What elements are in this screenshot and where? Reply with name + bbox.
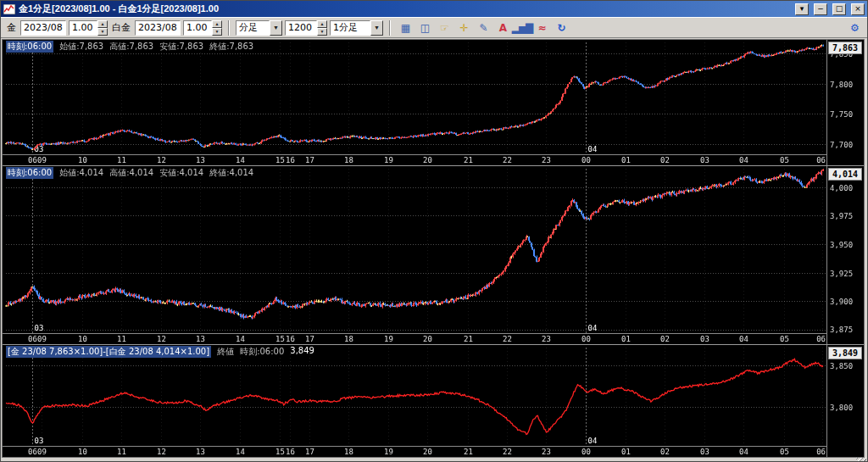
bar-type-dropdown[interactable]: 分足 ▼ (236, 20, 282, 36)
minimize-button[interactable]: − (814, 3, 827, 15)
info-formula: [金 23/08 7,863×1.00]-[白金 23/08 4,014×1.0… (6, 346, 211, 358)
resize-grip[interactable] (856, 458, 866, 461)
spread-chart-panel[interactable]: [金 23/08 7,863×1.00]-[白金 23/08 4,014×1.0… (3, 345, 864, 457)
status-strip (1, 458, 867, 461)
window-menu-button[interactable]: ▾ (795, 3, 809, 15)
indicator-settings-icon[interactable]: ▦ (397, 19, 414, 36)
info-close: 終値:4,014 (209, 167, 253, 179)
info-close: 終値:7,863 (209, 41, 253, 53)
info-high: 高値:4,014 (109, 167, 153, 179)
text-tool-icon[interactable]: A (494, 19, 511, 36)
chart-window: 金1分足[2023/08]1.00 - 白金1分足[2023/08]1.00 ▾… (0, 0, 868, 462)
gold-chart-canvas[interactable] (3, 40, 864, 165)
gold-scale-spinner[interactable]: 1.00 ▲ ▼ (69, 20, 108, 36)
info-high: 高値:7,863 (109, 41, 153, 53)
oscillator-icon[interactable]: ≈ (533, 19, 550, 36)
spread-info: [金 23/08 7,863×1.00]-[白金 23/08 4,014×1.0… (6, 346, 314, 358)
info-time: 時刻:06:00 (6, 41, 53, 53)
info-low: 安値:7,863 (159, 41, 203, 53)
info-open: 始値:4,014 (59, 167, 103, 179)
platinum-scale-spinner[interactable]: 1.00 ▲ ▼ (183, 20, 222, 36)
info-time: 時刻:06:00 (240, 346, 284, 358)
chevron-down-icon[interactable]: ▼ (370, 20, 383, 36)
refresh-icon[interactable]: ↻ (553, 19, 570, 36)
gold-last-price-badge: 7,863 (828, 42, 862, 54)
bar-count-spinner[interactable]: 1200 ▲ ▼ (285, 20, 327, 36)
toolbar-separator (389, 20, 391, 36)
platinum-label: 白金 (112, 21, 131, 34)
app-icon (3, 4, 15, 14)
bar-chart-icon[interactable]: ▂▅▇ (514, 19, 531, 36)
spin-up-icon[interactable]: ▲ (212, 20, 222, 28)
chart-window-icon[interactable]: ◫ (416, 19, 433, 36)
info-value: 3,849 (290, 346, 314, 358)
gold-label: 金 (7, 21, 16, 34)
interval-dropdown[interactable]: 1分足 ▼ (330, 20, 383, 36)
maximize-button[interactable]: □ (832, 3, 846, 15)
toolbar-separator (228, 20, 230, 36)
platinum-chart-canvas[interactable] (3, 166, 864, 344)
spread-last-price-badge: 3,849 (828, 347, 862, 359)
crosshair-icon[interactable]: ✛ (455, 19, 472, 36)
info-open: 始値:7,863 (59, 41, 103, 53)
gold-contract-field[interactable]: 2023/08 (20, 20, 66, 36)
close-button[interactable]: × (851, 3, 865, 15)
spread-chart-canvas[interactable] (3, 345, 864, 457)
info-close-label: 終値 (217, 346, 234, 358)
info-time: 時刻:06:00 (6, 167, 53, 179)
hand-tool-icon[interactable]: ☞ (436, 19, 453, 36)
settings-wrench-icon[interactable]: ⚙ (846, 19, 863, 36)
platinum-last-price-badge: 4,014 (828, 168, 862, 181)
spin-down-icon[interactable]: ▼ (97, 28, 108, 36)
titlebar[interactable]: 金1分足[2023/08]1.00 - 白金1分足[2023/08]1.00 ▾… (1, 1, 867, 17)
info-low: 安値:4,014 (159, 167, 203, 179)
gold-chart-panel[interactable]: 時刻:06:00 始値:7,863 高値:7,863 安値:7,863 終値:7… (3, 40, 864, 166)
platinum-contract-field[interactable]: 2023/08 (135, 20, 181, 36)
gold-ohlc-info: 時刻:06:00 始値:7,863 高値:7,863 安値:7,863 終値:7… (6, 41, 253, 53)
platinum-ohlc-info: 時刻:06:00 始値:4,014 高値:4,014 安値:4,014 終値:4… (6, 167, 253, 179)
spin-down-icon[interactable]: ▼ (212, 28, 222, 36)
pencil-icon[interactable]: ✎ (475, 19, 492, 36)
spin-up-icon[interactable]: ▲ (97, 20, 108, 28)
window-title: 金1分足[2023/08]1.00 - 白金1分足[2023/08]1.00 (19, 3, 790, 15)
toolbar: 金 2023/08 1.00 ▲ ▼ 白金 2023/08 1.00 ▲ ▼ 分… (1, 17, 867, 38)
spin-down-icon[interactable]: ▼ (317, 28, 327, 36)
platinum-chart-panel[interactable]: 時刻:06:00 始値:4,014 高値:4,014 安値:4,014 終値:4… (3, 166, 864, 345)
spin-up-icon[interactable]: ▲ (317, 20, 327, 28)
chevron-down-icon[interactable]: ▼ (270, 20, 282, 36)
chart-area: 時刻:06:00 始値:7,863 高値:7,863 安値:7,863 終値:7… (1, 38, 867, 458)
